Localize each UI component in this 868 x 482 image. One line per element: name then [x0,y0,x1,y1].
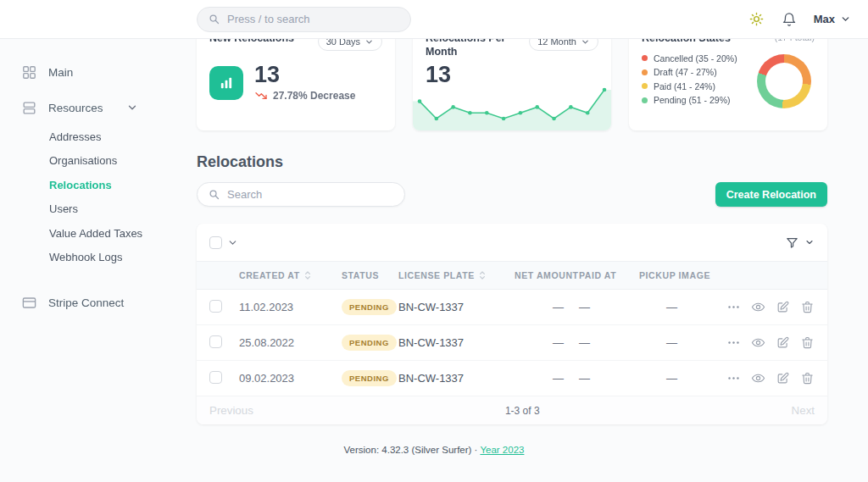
next-page-button[interactable]: Next [792,404,815,417]
view-button[interactable] [751,335,765,350]
global-search-input[interactable] [227,13,400,25]
ellipsis-icon [726,371,741,385]
edit-button[interactable] [776,300,790,314]
cell-created-at: 11.02.2023 [239,290,342,325]
resource-search[interactable] [197,182,405,207]
version-link[interactable]: Year 2023 [480,445,524,455]
cell-net-amount: — [515,290,579,325]
cell-license-plate: BN-CW-1337 [398,290,515,325]
col-label: CREATED AT [239,270,300,280]
bell-icon [782,12,797,27]
legend-label: Cancelled (35 - 20%) [654,53,737,64]
sidebar-item-label: Main [48,66,73,79]
sidebar-item-resources[interactable]: Resources [0,93,197,122]
pencil-icon [776,371,790,385]
page-title: Relocations [197,153,827,171]
topbar-actions: Max [748,11,868,27]
theme-toggle-button[interactable] [748,11,765,27]
credit-card-icon [21,295,37,311]
sidebar-item-organisations[interactable]: Organisations [0,149,197,174]
sidebar-item-value-added-taxes[interactable]: Value Added Taxes [0,221,197,246]
sidebar-item-label: Resources [48,102,103,114]
cell-license-plate: BN-CW-1337 [398,361,515,396]
sort-icon[interactable] [479,270,486,280]
notifications-button[interactable] [782,12,797,27]
delete-button[interactable] [800,335,815,350]
more-actions-button[interactable] [726,300,741,314]
eye-icon [751,371,765,385]
legend-item: Cancelled (35 - 20%) [642,53,737,64]
cell-pickup-image: — [639,290,724,325]
cell-net-amount: — [515,361,579,396]
filter-icon [785,235,799,250]
table-row[interactable]: 11.02.2023 PENDING BN-CW-1337 — — — [197,290,827,325]
col-label: PICKUP IMAGE [639,270,710,280]
delete-button[interactable] [800,371,815,385]
delete-button[interactable] [800,300,815,314]
metric-value: 13 [254,63,355,86]
eye-icon [751,300,765,314]
cell-paid-at: — [579,361,639,396]
view-button[interactable] [751,371,765,385]
pagination-info: 1-3 of 3 [505,405,540,417]
more-actions-button[interactable] [726,371,741,385]
row-checkbox[interactable] [209,300,222,313]
sort-icon[interactable] [304,270,311,280]
cell-pickup-image: — [639,361,724,396]
user-menu[interactable]: Max [814,13,851,25]
view-button[interactable] [751,300,765,314]
cell-created-at: 25.08.2022 [239,325,342,361]
global-search[interactable] [197,7,411,32]
row-checkbox[interactable] [209,335,222,348]
resource-search-input[interactable] [227,188,394,201]
sidebar-item-relocations[interactable]: Relocations [0,173,197,197]
sidebar-item-main[interactable]: Main [0,58,197,86]
edit-button[interactable] [776,335,790,350]
select-all-checkbox[interactable] [209,236,222,249]
pencil-icon [776,335,790,350]
chevron-down-icon[interactable] [227,237,238,248]
sidebar-item-webhook-logs[interactable]: Webhook Logs [0,246,197,270]
pencil-icon [776,300,790,314]
edit-button[interactable] [776,371,790,385]
row-checkbox[interactable] [209,371,222,384]
sidebar-item-label: Stripe Connect [48,296,124,309]
cell-status: PENDING [342,290,398,325]
eye-icon [751,335,765,350]
col-label: NET AMOUNT [515,270,579,280]
chevron-down-icon [840,14,851,25]
sidebar-item-users[interactable]: Users [0,197,197,222]
col-label: STATUS [342,270,379,280]
filter-dropdown[interactable] [785,235,815,250]
bar-chart-icon [209,66,243,100]
status-badge: PENDING [342,299,397,315]
metric-delta: 27.78% Decrease [273,90,355,102]
status-badge: PENDING [342,370,397,386]
col-paid-at: PAID AT [579,262,639,290]
cell-paid-at: — [579,290,639,325]
pagination: Previous 1-3 of 3 Next [197,396,827,424]
sidebar-item-addresses[interactable]: Addresses [0,125,197,149]
sidebar: Main Resources Addresses Organisations R… [0,39,197,482]
trash-icon [800,371,815,385]
trash-icon [800,300,815,314]
main-content: New Relocations 30 Days 13 27.78% Decrea… [197,0,868,455]
sidebar-item-stripe-connect[interactable]: Stripe Connect [0,288,197,317]
trash-icon [800,335,815,350]
create-relocation-button[interactable]: Create Relocation [715,182,827,207]
legend-label: Draft (47 - 27%) [654,67,717,77]
legend-label: Pending (51 - 29%) [654,95,730,105]
previous-page-button[interactable]: Previous [209,404,253,417]
ellipsis-icon [726,335,741,350]
table-row[interactable]: 25.08.2022 PENDING BN-CW-1337 — — — [197,325,827,361]
more-actions-button[interactable] [726,335,741,350]
row-actions [724,290,827,325]
user-name: Max [814,13,835,25]
table-header-row: CREATED AT STATUS LICENSE PLATE NET AMOU… [197,262,827,290]
legend-label: Paid (41 - 24%) [654,81,715,91]
row-actions [724,325,827,361]
table-controls [197,224,827,261]
col-license-plate[interactable]: LICENSE PLATE [398,262,515,290]
table-row[interactable]: 09.02.2023 PENDING BN-CW-1337 — — — [197,361,827,396]
col-created-at[interactable]: CREATED AT [239,262,342,290]
